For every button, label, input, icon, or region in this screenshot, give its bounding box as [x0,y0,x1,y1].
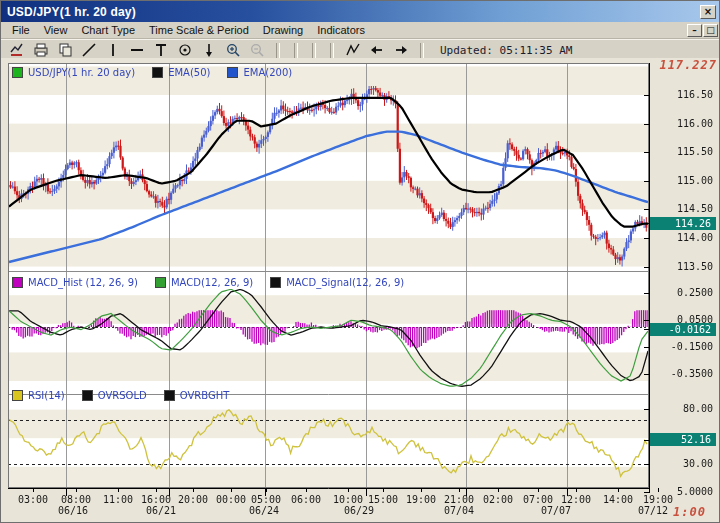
menu-indicators[interactable]: Indicators [310,23,372,37]
rsi-legend-item-0: RSI(14) [12,390,65,401]
legend-swatch-icon [155,277,166,288]
titlebar: USD/JPY(1 hr. 20 day) × [1,1,719,22]
legend-swatch-icon [164,390,175,401]
rsi-current-value-chip: 52.16 [650,433,716,446]
legend-swatch-icon [152,67,163,78]
legend-swatch-icon [227,67,238,78]
time-axis-label: 05:00 [247,494,285,505]
legend-swatch-icon [12,277,23,288]
horizontal-line-icon[interactable] [125,41,149,59]
time-axis-label: 19:00 [639,494,677,505]
date-axis-label: 07/12 [634,505,672,516]
legend-label: MACD_Hist (12, 26, 9) [28,277,138,288]
arrow-right-icon[interactable] [389,41,413,59]
time-axis-label: 12:00 [557,494,595,505]
toolbar-separator [294,43,298,58]
window-title: USD/JPY(1 hr. 20 day) [7,5,700,19]
price-legend-item-2: EMA(200) [227,67,292,78]
macd-axis-label: -0.1500 [651,341,713,352]
rsi-legend-item-1: OVRSOLD [82,390,147,401]
price-legend-item-1: EMA(50) [152,67,210,78]
price-legend-item-0: USD/JPY(1 hr. 20 day) [12,67,135,78]
legend-swatch-icon [82,390,93,401]
macd-axis-label: -0.3500 [651,368,713,379]
time-axis-label: 19:00 [402,494,440,505]
menu-file[interactable]: File [5,23,37,37]
price-axis-label: 113.50 [651,261,713,272]
legend-label: RSI(14) [28,390,65,401]
text-tool-icon[interactable] [149,41,173,59]
price-axis-label: 114.50 [651,203,713,214]
price-axis-label: 116.00 [651,118,713,129]
time-axis-label: 08:00 [57,494,95,505]
price-legend: USD/JPY(1 hr. 20 day)EMA(50)EMA(200) [12,67,292,78]
time-axis-label: 16:00 [137,494,175,505]
time-axis-label: 03:00 [14,494,52,505]
point-icon[interactable] [173,41,197,59]
macd-current-value-chip: -0.0162 [650,323,716,336]
close-button[interactable]: × [700,5,716,19]
menu-chart-type[interactable]: Chart Type [74,23,142,37]
macd-axis-label: 0.2500 [651,287,713,298]
legend-swatch-icon [12,390,23,401]
legend-swatch-icon [12,67,23,78]
time-axis-label: 00:00 [212,494,250,505]
price-axis-label: 114.00 [651,232,713,243]
price-current-value-chip: 114.26 [650,217,716,230]
macd-legend-item-2: MACD_Signal(12, 26, 9) [270,277,404,288]
mdi-buttons: – □ [687,24,719,37]
toolbar: Updated: 05:11:35 AM [1,39,719,60]
price-axis-label: 115.50 [651,146,713,157]
rsi-axis-label: 80.00 [651,403,713,414]
chart-overlay: USD/JPY(1 hr. 20 day)EMA(50)EMA(200)MACD… [1,58,720,523]
macd-legend-item-1: MACD(12, 26, 9) [155,277,253,288]
macd-legend-item-0: MACD_Hist (12, 26, 9) [12,277,138,288]
date-axis-label: 06/16 [54,505,92,516]
legend-label: EMA(50) [168,67,210,78]
export-icon[interactable] [5,41,29,59]
zoom-in-icon[interactable] [221,41,245,59]
restore-button[interactable]: □ [703,24,718,37]
menubar: FileViewChart TypeTime Scale & PeriodDra… [1,22,719,39]
trendline-icon[interactable] [77,41,101,59]
time-axis-label: 14:00 [599,494,637,505]
lcd-countdown-display: 1:00 [673,505,706,519]
date-axis-label: 07/07 [537,505,575,516]
time-axis-label: 06:00 [287,494,325,505]
time-axis-label: 21:00 [440,494,478,505]
lcd-price-display: 117.227 [653,58,717,72]
price-axis-label: 115.00 [651,175,713,186]
vertical-line-icon[interactable] [101,41,125,59]
menu-items: FileViewChart TypeTime Scale & PeriodDra… [5,23,372,37]
time-axis-label: 20:00 [174,494,212,505]
toolbar-separator [330,43,334,58]
time-axis-label: 11:00 [99,494,137,505]
rsi-legend-item-2: OVRBGHT [164,390,230,401]
arrow-left-icon[interactable] [365,41,389,59]
zigzag-icon[interactable] [341,41,365,59]
zoom-out-icon[interactable] [245,41,269,59]
legend-label: MACD(12, 26, 9) [171,277,253,288]
date-axis-label: 07/04 [440,505,478,516]
legend-label: OVRSOLD [98,390,147,401]
arrow-down-icon[interactable] [197,41,221,59]
legend-swatch-icon [270,277,281,288]
copy-icon[interactable] [53,41,77,59]
print-icon[interactable] [29,41,53,59]
menu-time-scale-period[interactable]: Time Scale & Period [142,23,256,37]
updated-timestamp: Updated: 05:11:35 AM [440,44,572,57]
legend-label: USD/JPY(1 hr. 20 day) [28,67,135,78]
menu-drawing[interactable]: Drawing [256,23,310,37]
date-axis-label: 06/29 [340,505,378,516]
date-axis-label: 06/21 [142,505,180,516]
time-axis-label: 10:00 [329,494,367,505]
minimize-button[interactable]: – [687,24,702,37]
price-axis-label: 116.50 [651,89,713,100]
menu-view[interactable]: View [37,23,75,37]
chart-area: USD/JPY(1 hr. 20 day)EMA(50)EMA(200)MACD… [1,58,720,523]
toolbar-separator [312,43,316,58]
rsi-axis-label: 30.00 [651,458,713,469]
legend-label: EMA(200) [243,67,292,78]
date-axis-label: 06/24 [245,505,283,516]
time-axis-label: 15:00 [364,494,402,505]
